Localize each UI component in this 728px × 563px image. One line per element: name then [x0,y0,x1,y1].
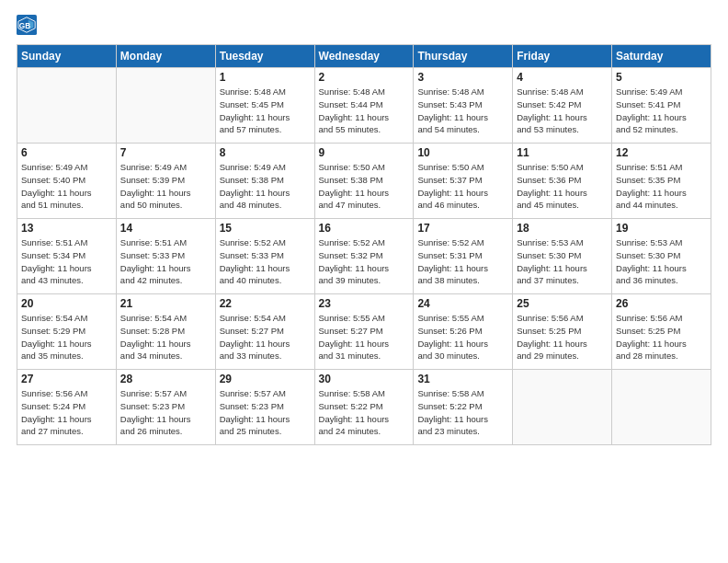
calendar-week-0: 1Sunrise: 5:48 AMSunset: 5:45 PMDaylight… [17,68,711,144]
day-info: Sunrise: 5:55 AMSunset: 5:27 PMDaylight:… [319,312,410,362]
calendar-cell: 17Sunrise: 5:52 AMSunset: 5:31 PMDayligh… [414,219,513,294]
day-info: Sunrise: 5:52 AMSunset: 5:32 PMDaylight:… [319,236,410,287]
day-number: 14 [120,222,211,235]
day-info: Sunrise: 5:55 AMSunset: 5:26 PMDaylight:… [417,312,508,362]
day-number: 27 [21,373,112,385]
calendar-week-4: 27Sunrise: 5:56 AMSunset: 5:24 PMDayligh… [17,370,711,445]
day-number: 9 [319,146,410,159]
day-number: 8 [220,146,311,159]
day-number: 15 [220,222,311,235]
calendar-cell: 12Sunrise: 5:51 AMSunset: 5:35 PMDayligh… [612,144,711,219]
day-info: Sunrise: 5:54 AMSunset: 5:29 PMDaylight:… [21,312,112,362]
day-info: Sunrise: 5:48 AMSunset: 5:43 PMDaylight:… [417,86,508,136]
day-info: Sunrise: 5:49 AMSunset: 5:39 PMDaylight:… [120,161,211,212]
calendar-cell: 4Sunrise: 5:48 AMSunset: 5:42 PMDaylight… [513,68,612,144]
calendar-cell: 21Sunrise: 5:54 AMSunset: 5:28 PMDayligh… [116,294,215,370]
calendar-cell: 14Sunrise: 5:51 AMSunset: 5:33 PMDayligh… [116,219,215,294]
calendar-cell: 22Sunrise: 5:54 AMSunset: 5:27 PMDayligh… [215,294,314,370]
day-number: 22 [220,297,311,310]
calendar-cell: 18Sunrise: 5:53 AMSunset: 5:30 PMDayligh… [513,219,612,294]
day-number: 19 [616,222,707,235]
day-info: Sunrise: 5:51 AMSunset: 5:35 PMDaylight:… [616,161,707,212]
calendar-cell: 1Sunrise: 5:48 AMSunset: 5:45 PMDaylight… [215,68,314,144]
calendar-cell [513,370,612,445]
day-number: 12 [616,146,707,159]
svg-text:GB: GB [19,22,30,30]
calendar-cell: 2Sunrise: 5:48 AMSunset: 5:44 PMDaylight… [314,68,414,144]
calendar-cell: 15Sunrise: 5:52 AMSunset: 5:33 PMDayligh… [215,219,314,294]
calendar-cell: 7Sunrise: 5:49 AMSunset: 5:39 PMDaylight… [116,144,215,219]
day-number: 4 [517,71,608,84]
weekday-header-tuesday: Tuesday [215,45,314,68]
day-number: 6 [21,146,112,159]
day-info: Sunrise: 5:52 AMSunset: 5:33 PMDaylight:… [220,236,311,287]
day-info: Sunrise: 5:58 AMSunset: 5:22 PMDaylight:… [319,387,410,438]
day-info: Sunrise: 5:56 AMSunset: 5:25 PMDaylight:… [616,312,707,362]
calendar-cell: 26Sunrise: 5:56 AMSunset: 5:25 PMDayligh… [612,294,711,370]
calendar-cell: 5Sunrise: 5:49 AMSunset: 5:41 PMDaylight… [612,68,711,144]
day-number: 29 [220,373,311,385]
weekday-header-sunday: Sunday [17,45,117,68]
header: GB [17,15,711,35]
day-number: 3 [417,71,508,84]
logo-icon: GB [17,15,37,35]
day-number: 16 [319,222,410,235]
day-number: 13 [21,222,112,235]
day-number: 21 [120,297,211,310]
day-info: Sunrise: 5:56 AMSunset: 5:24 PMDaylight:… [21,387,112,438]
day-info: Sunrise: 5:50 AMSunset: 5:38 PMDaylight:… [319,161,410,212]
day-number: 25 [517,297,608,310]
day-number: 31 [417,373,508,385]
day-info: Sunrise: 5:48 AMSunset: 5:45 PMDaylight:… [220,86,311,136]
day-info: Sunrise: 5:53 AMSunset: 5:30 PMDaylight:… [517,236,608,287]
day-number: 11 [517,146,608,159]
page: GB SundayMondayTuesdayWednesdayThursdayF… [0,0,728,563]
weekday-header-friday: Friday [513,45,612,68]
day-info: Sunrise: 5:49 AMSunset: 5:41 PMDaylight:… [616,86,707,136]
weekday-header-thursday: Thursday [414,45,513,68]
calendar-cell: 13Sunrise: 5:51 AMSunset: 5:34 PMDayligh… [17,219,117,294]
calendar-cell: 30Sunrise: 5:58 AMSunset: 5:22 PMDayligh… [314,370,414,445]
calendar-cell: 31Sunrise: 5:58 AMSunset: 5:22 PMDayligh… [414,370,513,445]
day-number: 2 [319,71,410,84]
day-info: Sunrise: 5:48 AMSunset: 5:42 PMDaylight:… [517,86,608,136]
day-info: Sunrise: 5:54 AMSunset: 5:27 PMDaylight:… [220,312,311,362]
calendar-cell: 3Sunrise: 5:48 AMSunset: 5:43 PMDaylight… [414,68,513,144]
calendar-cell: 28Sunrise: 5:57 AMSunset: 5:23 PMDayligh… [116,370,215,445]
weekday-header-wednesday: Wednesday [314,45,414,68]
calendar-cell: 27Sunrise: 5:56 AMSunset: 5:24 PMDayligh… [17,370,117,445]
day-info: Sunrise: 5:49 AMSunset: 5:40 PMDaylight:… [21,161,112,212]
calendar-table: SundayMondayTuesdayWednesdayThursdayFrid… [17,44,711,445]
weekday-header-saturday: Saturday [612,45,711,68]
calendar-cell: 25Sunrise: 5:56 AMSunset: 5:25 PMDayligh… [513,294,612,370]
day-info: Sunrise: 5:58 AMSunset: 5:22 PMDaylight:… [417,387,508,438]
day-number: 24 [417,297,508,310]
day-number: 20 [21,297,112,310]
day-number: 17 [417,222,508,235]
day-info: Sunrise: 5:50 AMSunset: 5:36 PMDaylight:… [517,161,608,212]
day-number: 1 [220,71,311,84]
calendar-cell [17,68,117,144]
calendar-cell: 16Sunrise: 5:52 AMSunset: 5:32 PMDayligh… [314,219,414,294]
weekday-header-monday: Monday [116,45,215,68]
day-info: Sunrise: 5:57 AMSunset: 5:23 PMDaylight:… [220,387,311,438]
calendar-cell [612,370,711,445]
calendar-body: 1Sunrise: 5:48 AMSunset: 5:45 PMDaylight… [17,68,711,445]
day-info: Sunrise: 5:53 AMSunset: 5:30 PMDaylight:… [616,236,707,287]
day-info: Sunrise: 5:50 AMSunset: 5:37 PMDaylight:… [417,161,508,212]
calendar-cell: 8Sunrise: 5:49 AMSunset: 5:38 PMDaylight… [215,144,314,219]
calendar-week-2: 13Sunrise: 5:51 AMSunset: 5:34 PMDayligh… [17,219,711,294]
day-number: 18 [517,222,608,235]
day-info: Sunrise: 5:51 AMSunset: 5:33 PMDaylight:… [120,236,211,287]
calendar-week-1: 6Sunrise: 5:49 AMSunset: 5:40 PMDaylight… [17,144,711,219]
day-info: Sunrise: 5:48 AMSunset: 5:44 PMDaylight:… [319,86,410,136]
logo: GB [17,15,40,35]
calendar-header-row: SundayMondayTuesdayWednesdayThursdayFrid… [17,45,711,68]
calendar-cell: 9Sunrise: 5:50 AMSunset: 5:38 PMDaylight… [314,144,414,219]
calendar-cell: 11Sunrise: 5:50 AMSunset: 5:36 PMDayligh… [513,144,612,219]
day-number: 23 [319,297,410,310]
calendar-cell [116,68,215,144]
day-info: Sunrise: 5:54 AMSunset: 5:28 PMDaylight:… [120,312,211,362]
day-info: Sunrise: 5:49 AMSunset: 5:38 PMDaylight:… [220,161,311,212]
calendar-cell: 20Sunrise: 5:54 AMSunset: 5:29 PMDayligh… [17,294,117,370]
